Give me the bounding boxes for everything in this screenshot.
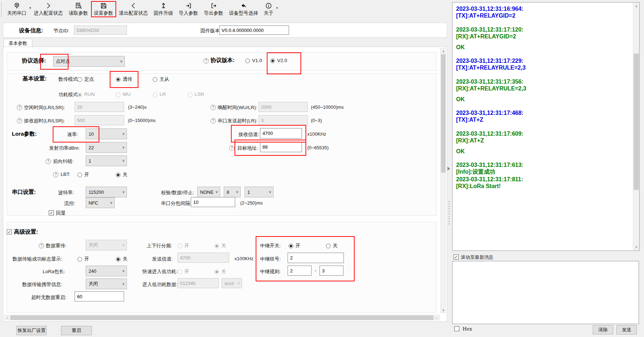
restart-button[interactable]: 重启 (61, 326, 92, 335)
factory-reset-button[interactable]: 恢复出厂设置 (16, 326, 47, 335)
radio-success-flag-off[interactable] (116, 257, 120, 262)
radio-lbt-on[interactable] (77, 173, 82, 177)
packet-len-label: LoRa包长: (43, 268, 65, 275)
stopbits-dropdown[interactable]: 1∨ (245, 187, 274, 197)
tx-channel-label: 发送信道: (152, 256, 173, 262)
toolbar-export-params[interactable]: 导出参数 (201, 1, 226, 17)
radio-mode-transparent[interactable] (116, 77, 120, 82)
tab-basic-params[interactable]: 基本参数 (4, 39, 32, 47)
tx-power-dropdown[interactable]: 22∨ (86, 142, 127, 153)
toolbar-about[interactable]: 关于 (261, 1, 276, 17)
relay-group-label: 中继组号: (260, 256, 281, 262)
scroll-up-icon[interactable]: ∧ (441, 48, 446, 54)
scroll-left-icon[interactable]: ‹ (5, 315, 10, 320)
toolbar-label: 关闭串口 (7, 10, 27, 17)
hscroll-thumb[interactable] (10, 315, 434, 320)
scroll-down-icon[interactable]: ∨ (441, 307, 446, 313)
radio-relay-off[interactable] (326, 244, 331, 248)
rx-timeout-label: 接收超时(LR/LSR): (24, 118, 65, 124)
uart-tx-timeout-range: (0~3) (311, 118, 322, 123)
packet-len-dropdown[interactable]: 240∨ (86, 266, 127, 276)
log-panel[interactable]: 2023-03-31,12:31:16:964:[TX]:AT+RELAYGID… (452, 2, 640, 251)
split-interval-field[interactable]: 10 (191, 197, 235, 207)
scroll-down-icon[interactable]: ∨ (633, 244, 639, 250)
flow-dropdown[interactable]: NFC∨ (86, 197, 115, 208)
fec-dropdown[interactable]: 1∨ (86, 155, 127, 166)
carry-info-dropdown[interactable]: 关闭∨ (86, 279, 127, 289)
relay-rule-from-field[interactable]: 2 (288, 266, 312, 276)
rx-channel-field[interactable]: 4700 (260, 128, 302, 139)
splitter-collapse-icon[interactable] (448, 167, 450, 171)
rate-dropdown[interactable]: 10∨ (86, 128, 127, 139)
radio-success-flag-on[interactable] (77, 257, 82, 262)
firmware-version-field[interactable]: V0.0.4.000000.0000 (219, 25, 289, 35)
splitter-grip[interactable] (449, 201, 450, 226)
toolbar-read-params[interactable]: 读取参数 (66, 1, 91, 17)
toolbar-enter-config[interactable]: 进入配置状态 (31, 1, 66, 17)
radio-protocol-v1[interactable] (245, 58, 250, 63)
relay-rule-to-field[interactable]: 3 (319, 266, 344, 276)
target-addr-label: 目标地址: (237, 145, 258, 151)
checkbox-hex[interactable] (454, 326, 459, 331)
toolbar-label: 导出参数 (204, 10, 223, 17)
protocol-select-dropdown[interactable]: 点对点∨ (53, 56, 125, 67)
toolbar-import-params[interactable]: 导入参数 (176, 1, 201, 17)
log-vscroll-thumb[interactable] (634, 53, 639, 190)
radio-success-flag-off-label: 关 (123, 256, 128, 262)
timeout-restart-field[interactable]: 60 (75, 291, 124, 301)
toolbar-firmware-upgrade[interactable]: 固件升级 (151, 1, 176, 17)
baud-dropdown[interactable]: 115200∨ (86, 187, 127, 197)
help-icon: ? (17, 118, 22, 123)
relay-switch-label: 中继开关: (260, 243, 281, 249)
checkbox-echo[interactable]: ✓ (49, 210, 54, 215)
radio-mode-fixed[interactable] (77, 77, 82, 82)
checkbox-advanced[interactable]: ✓ (7, 229, 12, 234)
radio-updown-off (214, 244, 219, 248)
import-params-icon (185, 2, 192, 10)
log-entry: 2023-03-31,12:31:16:964:[TX]:AT+RELAYGID… (456, 5, 631, 19)
dropdown-caret-icon[interactable]: ▾ (276, 6, 278, 10)
scroll-up-icon[interactable]: ∧ (633, 3, 639, 9)
config-panel: 协议选择: 点对点∨ ? 协议版本: V1.0 V2.0 基本设置: 数传模式:… (3, 47, 447, 322)
send-input[interactable] (452, 261, 639, 324)
lbt-label: LBT: (61, 172, 70, 177)
log-entry: 2023-03-31,12:31:17:613:[Info]:设置成功 (456, 162, 631, 175)
dropdown-caret-icon: ∨ (216, 190, 218, 194)
radio-mode-master-slave[interactable] (153, 77, 157, 82)
fast-lowpower-label: 快速进入低功耗: (142, 268, 177, 275)
log-vscrollbar[interactable]: ∧ ∨ (633, 3, 639, 250)
config-vscrollbar[interactable]: ∧ ∨ (440, 48, 446, 313)
dropdown-caret-icon: ∨ (122, 190, 125, 194)
lowpower-data-label: 进入低功耗数据: (142, 281, 177, 288)
target-addr-field[interactable]: 88 (260, 142, 302, 152)
radio-relay-on[interactable] (289, 244, 293, 248)
rx-timeout-field: 500 (75, 115, 124, 125)
scroll-right-icon[interactable]: › (434, 315, 439, 320)
radio-fast-lp-off (214, 270, 219, 274)
radio-lbt-off[interactable] (116, 173, 120, 177)
clear-button[interactable]: 清除 (593, 325, 613, 334)
send-button[interactable]: 发送 (616, 325, 637, 334)
toolbar-device-model-select[interactable]: 设备型号选择 (226, 1, 261, 17)
rate-label: 速率: (67, 131, 78, 138)
checkbox-autoscroll[interactable]: ✓ (454, 254, 459, 259)
toolbar-exit-config[interactable]: 退出配置状态 (116, 1, 151, 17)
updown-label: 上下行分频: (147, 243, 172, 249)
radio-power-lsr-label: LSR (195, 92, 204, 97)
target-addr-range: (0~65535) (307, 145, 329, 150)
toolbar-set-params[interactable]: 设置参数 (91, 1, 116, 17)
parity-dropdown[interactable]: NONE∨ (197, 187, 220, 197)
dropdown-caret-icon: ∨ (122, 269, 125, 273)
config-hscrollbar[interactable]: ‹ › (4, 315, 440, 320)
radio-protocol-v2[interactable] (270, 58, 275, 63)
help-icon: ? (17, 105, 22, 110)
idle-time-range: (3~240)s (128, 104, 147, 110)
vscroll-thumb[interactable] (441, 54, 446, 173)
radio-fast-lp-on-label: 开 (184, 268, 189, 275)
toolbar-label: 设备型号选择 (229, 10, 258, 17)
lowpower-encoding-dropdown: ascii∨ (222, 278, 242, 288)
rx-timeout-range: (0~15000)ms (128, 118, 156, 123)
databits-dropdown[interactable]: 8∨ (224, 187, 241, 197)
toolbar-close-serial-port[interactable]: 关闭串口 (4, 1, 29, 17)
relay-group-field[interactable]: 2 (288, 253, 344, 263)
